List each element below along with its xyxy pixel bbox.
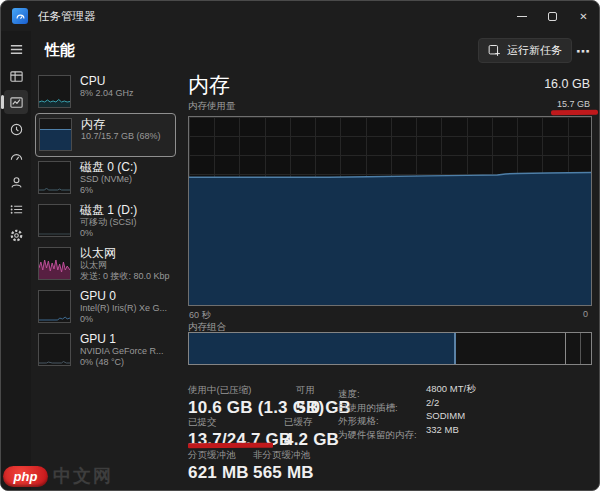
watermark-site-text: 中文网 xyxy=(53,464,113,488)
memory-total-capacity: 16.0 GB xyxy=(544,77,590,91)
sidebar-item-gpu0[interactable]: GPU 0Intel(R) Iris(R) Xe G...0% xyxy=(35,286,176,330)
run-new-task-button[interactable]: 运行新任务 xyxy=(478,38,572,63)
metric-sub: 10.7/15.7 GB (68%) xyxy=(81,131,161,142)
metric-title: 磁盘 0 (C:) xyxy=(80,160,137,174)
metric-title: GPU 0 xyxy=(80,289,167,303)
sidebar-item-memory[interactable]: 内存10.7/15.7 GB (68%) xyxy=(35,113,176,157)
memory-page-title: 内存 xyxy=(188,71,230,99)
metric-sub: 以太网 xyxy=(80,260,170,271)
composition-divider xyxy=(565,333,566,364)
navigation-rail xyxy=(1,31,31,490)
memory-usage-area xyxy=(189,117,591,305)
x-axis-right-label: 0 xyxy=(583,309,588,319)
metric-title: 内存 xyxy=(81,117,161,131)
sidebar-item-ethernet[interactable]: 以太网以太网发送: 0 接收: 80.0 Kbp xyxy=(35,243,176,287)
gauge-icon xyxy=(15,11,26,22)
gear-icon xyxy=(9,228,24,243)
watermark: php 中文网 xyxy=(3,464,113,488)
rail-item-performance[interactable] xyxy=(4,90,28,114)
menu-button[interactable] xyxy=(4,37,28,61)
minimize-icon xyxy=(517,16,527,17)
run-new-task-label: 运行新任务 xyxy=(507,43,562,58)
close-button[interactable]: ✕ xyxy=(568,1,599,31)
page-title: 性能 xyxy=(45,41,75,60)
metric-sub: SSD (NVMe) xyxy=(80,174,137,185)
metric-title: 以太网 xyxy=(80,246,170,260)
window-title: 任务管理器 xyxy=(38,9,96,24)
composition-in-use-segment xyxy=(189,333,456,364)
users-icon xyxy=(9,175,24,190)
sidebar-item-disk0[interactable]: 磁盘 0 (C:)SSD (NVMe)6% xyxy=(35,157,176,201)
rail-item-startup-apps[interactable] xyxy=(4,144,28,168)
task-manager-app-icon xyxy=(12,8,28,24)
metric-sub: 8% 2.04 GHz xyxy=(80,88,134,99)
sidebar-item-cpu[interactable]: CPU8% 2.04 GHz xyxy=(35,71,176,115)
rail-item-processes[interactable] xyxy=(4,64,28,88)
sidebar-item-gpu1[interactable]: GPU 1NVIDIA GeForce R...0% (48 °C) xyxy=(35,329,176,373)
hamburger-icon xyxy=(9,42,24,57)
red-underline-annotation-committed xyxy=(188,443,273,448)
detail-hw-reserved: 为硬件保留的内存:332 MB xyxy=(338,424,594,442)
php-logo: php xyxy=(3,466,48,487)
cpu-mini-chart xyxy=(38,75,71,108)
maximize-icon xyxy=(548,12,557,21)
sidebar-item-disk1[interactable]: 磁盘 1 (D:)可移动 (SCSI)0% xyxy=(35,200,176,244)
more-options-button[interactable]: ⋯ xyxy=(572,39,594,63)
processes-icon xyxy=(9,69,24,84)
performance-icon xyxy=(9,95,24,110)
window-controls: ✕ xyxy=(506,1,599,31)
metric-sub: NVIDIA GeForce R... xyxy=(80,346,164,357)
stat-non-paged-pool: 非分页缓冲池565 MB xyxy=(253,449,314,483)
metric-title: CPU xyxy=(80,74,134,88)
rail-item-services[interactable] xyxy=(4,223,28,247)
maximize-button[interactable] xyxy=(537,1,568,31)
memory-mini-chart xyxy=(39,118,72,151)
red-underline-annotation-top xyxy=(551,110,598,115)
titlebar: 任务管理器 ✕ xyxy=(1,1,599,31)
disk0-mini-chart xyxy=(38,161,71,194)
usage-chart-label: 内存使用量 xyxy=(188,100,236,113)
stat-paged-pool: 分页缓冲池621 MB xyxy=(188,449,249,483)
gpu0-mini-chart xyxy=(38,290,71,323)
usage-chart-max-label: 15.7 GB xyxy=(557,99,590,109)
list-icon xyxy=(9,202,24,217)
clock-icon xyxy=(9,122,24,137)
task-manager-window: 任务管理器 ✕ 性能 运行新任务 ⋯ xyxy=(0,0,600,491)
disk1-mini-chart xyxy=(38,204,71,237)
composition-divider xyxy=(580,333,581,364)
metric-sub: 可移动 (SCSI) xyxy=(80,217,137,228)
gpu1-mini-chart xyxy=(38,333,71,366)
metric-sub: Intel(R) Iris(R) Xe G... xyxy=(80,303,167,314)
ethernet-mini-chart xyxy=(38,247,71,280)
metric-title: GPU 1 xyxy=(80,332,164,346)
rail-item-details[interactable] xyxy=(4,197,28,221)
minimize-button[interactable] xyxy=(506,1,537,31)
memory-usage-chart xyxy=(188,116,592,306)
memory-composition-bar xyxy=(188,332,592,365)
speedometer-icon xyxy=(9,149,24,164)
new-task-icon xyxy=(488,44,501,57)
metric-title: 磁盘 1 (D:) xyxy=(80,203,137,217)
stat-cached: 已缓存4.2 GB xyxy=(284,416,339,450)
rail-item-users[interactable] xyxy=(4,170,28,194)
rail-item-app-history[interactable] xyxy=(4,117,28,141)
